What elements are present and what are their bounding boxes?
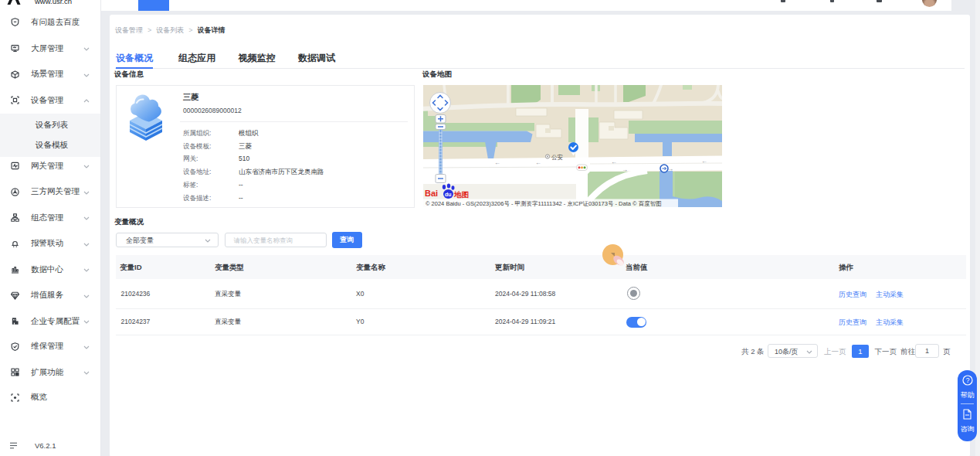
svg-text:←: ← bbox=[611, 158, 617, 165]
svg-text:←: ← bbox=[494, 159, 500, 166]
svg-text:© 2024 Baidu - GS(2023)3206号 -: © 2024 Baidu - GS(2023)3206号 - 甲测资字11111… bbox=[426, 200, 662, 207]
svg-text:Bai: Bai bbox=[425, 189, 438, 198]
svg-text:du: du bbox=[445, 192, 452, 197]
svg-text:地图: 地图 bbox=[453, 190, 469, 199]
svg-text:←: ← bbox=[535, 159, 541, 166]
svg-text:→: → bbox=[622, 166, 628, 173]
svg-text:→: → bbox=[667, 165, 673, 172]
svg-text:?: ? bbox=[965, 376, 969, 384]
svg-text:←: ← bbox=[701, 158, 707, 165]
svg-text:公安: 公安 bbox=[551, 154, 564, 161]
